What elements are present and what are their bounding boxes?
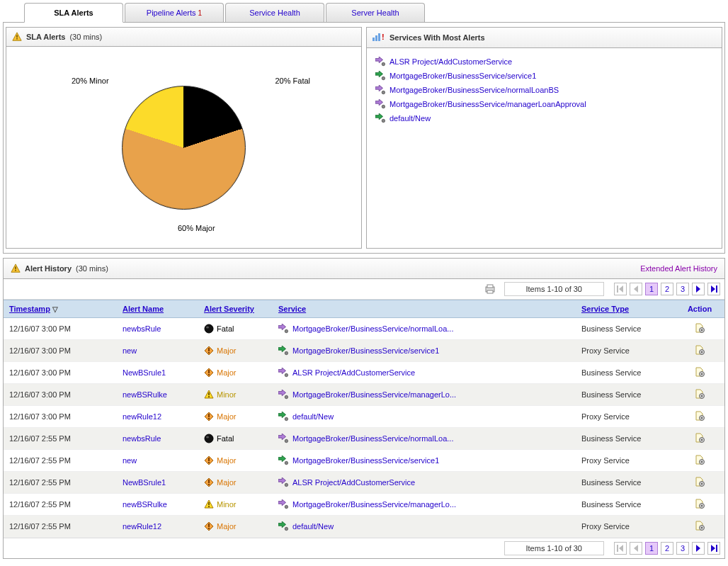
service-icon <box>375 57 385 67</box>
service-link[interactable]: default/New <box>375 113 713 123</box>
service-link[interactable]: MortgageBroker/BusinessService/managerLo… <box>292 390 456 399</box>
severity-label: Major <box>217 478 237 487</box>
cell-service-type: Proxy Service <box>576 516 675 538</box>
print-icon[interactable] <box>484 283 496 295</box>
service-link[interactable]: MortgageBroker/BusinessService/normalLoa… <box>292 324 453 333</box>
alert-name-link[interactable]: newRule12 <box>123 412 161 421</box>
tab-service-health[interactable]: Service Health <box>225 3 324 22</box>
alert-history-panel: Alert History (30 mins) Extended Alert H… <box>3 258 725 559</box>
view-details-icon[interactable] <box>694 344 705 356</box>
alert-name-link[interactable]: NewBSrule1 <box>123 368 166 377</box>
view-details-icon[interactable] <box>694 388 705 400</box>
cell-service-type: Proxy Service <box>576 340 675 362</box>
service-link[interactable]: MortgageBroker/BusinessService/managerLo… <box>292 500 456 509</box>
svg-rect-4 <box>375 35 377 41</box>
service-link[interactable]: MortgageBroker/BusinessService/normalLoa… <box>292 434 453 443</box>
col-alert-name[interactable]: Alert Name <box>117 300 198 318</box>
svg-rect-17 <box>487 290 493 293</box>
svg-rect-31 <box>208 352 210 353</box>
view-details-icon[interactable] <box>694 476 705 487</box>
service-icon <box>278 499 288 509</box>
alert-name-link[interactable]: newRule12 <box>123 522 161 531</box>
svg-point-32 <box>285 351 288 354</box>
sla-alerts-header: SLA Alerts (30 mins) <box>6 28 361 47</box>
table-row: 12/16/07 2:55 PMnewRule12Majordefault/Ne… <box>4 516 724 538</box>
pager-page-3[interactable]: 3 <box>676 542 689 555</box>
alert-name-link[interactable]: new <box>123 456 137 465</box>
view-details-icon[interactable] <box>694 520 705 531</box>
pager-next[interactable] <box>692 542 705 555</box>
svg-point-52 <box>701 417 703 419</box>
svg-point-53 <box>205 434 213 443</box>
col-service[interactable]: Service <box>273 300 576 318</box>
pager-page-1[interactable]: 1 <box>645 542 658 555</box>
service-link[interactable]: ALSR Project/AddCustomerService <box>375 57 713 67</box>
view-details-icon[interactable] <box>694 366 705 378</box>
severity-label: Minor <box>217 500 237 509</box>
services-list: ALSR Project/AddCustomerServiceMortgageB… <box>367 48 722 247</box>
service-link[interactable]: MortgageBroker/BusinessService/service1 <box>292 456 439 465</box>
svg-point-44 <box>285 395 288 398</box>
service-link[interactable]: default/New <box>292 412 334 421</box>
service-link[interactable]: MortgageBroker/BusinessService/service1 <box>292 346 439 355</box>
alert-name-link[interactable]: newBSRulke <box>123 390 167 399</box>
cell-timestamp: 12/16/07 2:55 PM <box>4 472 117 494</box>
alert-name-link[interactable]: NewBSrule1 <box>123 478 166 487</box>
alert-history-title: Alert History <box>25 264 72 273</box>
cell-timestamp: 12/16/07 3:00 PM <box>4 362 117 384</box>
tab-server-health[interactable]: Server Health <box>326 3 425 22</box>
col-severity[interactable]: Alert Severity <box>198 300 273 318</box>
pager-first[interactable] <box>614 283 627 295</box>
svg-point-40 <box>701 373 703 375</box>
svg-rect-36 <box>208 370 210 373</box>
view-details-icon[interactable] <box>694 498 705 509</box>
pager-page-2[interactable]: 2 <box>661 283 673 295</box>
alert-name-link[interactable]: newBSRulke <box>123 500 167 509</box>
service-link[interactable]: MortgageBroker/BusinessService/normalLoa… <box>375 85 713 95</box>
svg-point-8 <box>382 77 385 79</box>
service-label: MortgageBroker/BusinessService/managerLo… <box>389 100 586 108</box>
service-link[interactable]: ALSR Project/AddCustomerService <box>292 368 415 377</box>
svg-point-54 <box>206 436 209 438</box>
view-details-icon[interactable] <box>694 454 705 465</box>
alert-name-link[interactable]: newbsRule <box>123 324 161 333</box>
svg-marker-22 <box>711 285 715 293</box>
tab-pipeline-alerts[interactable]: Pipeline Alerts 1 <box>125 3 224 22</box>
pager-page-1[interactable]: 1 <box>645 283 658 295</box>
pager-first[interactable] <box>614 542 627 555</box>
svg-rect-2 <box>16 38 18 40</box>
top-panels: SLA Alerts (30 mins) 20% Fatal 60% Major… <box>3 23 725 254</box>
severity-cell: Minor <box>204 499 267 509</box>
alert-name-link[interactable]: newbsRule <box>123 434 161 443</box>
extended-history-link[interactable]: Extended Alert History <box>640 264 717 273</box>
pager-page-2[interactable]: 2 <box>661 542 673 555</box>
table-row: 12/16/07 3:00 PMNewBSrule1MajorALSR Proj… <box>4 362 724 384</box>
pager-last[interactable] <box>707 542 720 555</box>
pager-last[interactable] <box>707 283 720 295</box>
view-details-icon[interactable] <box>694 410 705 421</box>
svg-text:!: ! <box>382 33 385 41</box>
alert-name-link[interactable]: new <box>123 346 137 355</box>
pie-chart-graphic <box>122 86 246 210</box>
pager-prev[interactable] <box>630 542 642 555</box>
view-details-icon[interactable] <box>694 322 705 334</box>
service-icon <box>278 455 288 465</box>
severity-icon <box>204 477 214 487</box>
severity-label: Fatal <box>217 434 234 443</box>
pager-prev[interactable] <box>630 283 642 295</box>
svg-rect-71 <box>208 502 210 505</box>
cell-timestamp: 12/16/07 2:55 PM <box>4 494 117 516</box>
svg-marker-19 <box>619 285 623 293</box>
col-service-type[interactable]: Service Type <box>576 300 675 318</box>
svg-point-25 <box>206 327 209 329</box>
pager-next[interactable] <box>692 283 705 295</box>
service-icon <box>278 324 288 334</box>
view-details-icon[interactable] <box>694 432 705 443</box>
service-link[interactable]: MortgageBroker/BusinessService/managerLo… <box>375 99 713 109</box>
service-link[interactable]: ALSR Project/AddCustomerService <box>292 478 415 487</box>
service-link[interactable]: MortgageBroker/BusinessService/service1 <box>375 71 713 81</box>
tab-sla-alerts[interactable]: SLA Alerts <box>24 3 123 23</box>
col-timestamp[interactable]: Timestamp ▽ <box>4 300 117 318</box>
service-link[interactable]: default/New <box>292 522 334 531</box>
pager-page-3[interactable]: 3 <box>676 283 689 295</box>
